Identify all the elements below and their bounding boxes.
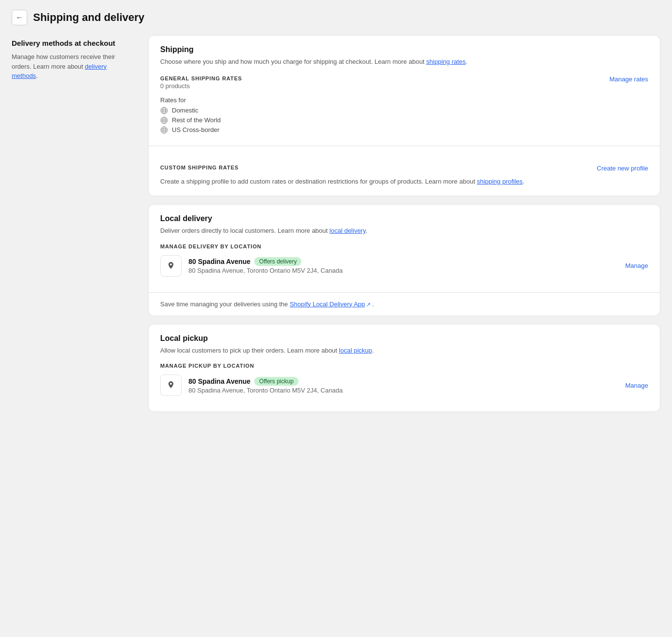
shopify-delivery-app-link[interactable]: Shopify Local Delivery App↗	[290, 300, 371, 308]
page-title: Shipping and delivery	[33, 11, 145, 24]
globe-icon-us	[160, 126, 168, 134]
shipping-section: Shipping Choose where you ship and how m…	[149, 36, 660, 146]
sidebar-title: Delivery methods at checkout	[12, 39, 132, 47]
pickup-pin-icon	[166, 380, 176, 390]
local-delivery-desc: Deliver orders directly to local custome…	[160, 226, 648, 236]
shipping-rates-link[interactable]: shipping rates	[426, 58, 466, 65]
pickup-location-row: 80 Spadina Avenue Offers pickup 80 Spadi…	[160, 369, 648, 402]
save-time-row: Save time managing your deliveries using…	[149, 292, 660, 316]
sidebar-desc: Manage how customers receive their order…	[12, 52, 132, 81]
create-profile-link[interactable]: Create new profile	[597, 165, 649, 172]
globe-icon-domestic	[160, 107, 168, 114]
back-button[interactable]: ←	[12, 10, 27, 25]
delivery-manage-link[interactable]: Manage	[625, 262, 648, 269]
pickup-icon-box	[160, 375, 182, 396]
custom-rates-header: CUSTOM SHIPPING RATES Create new profile	[160, 165, 648, 172]
shipping-profiles-link[interactable]: shipping profiles	[477, 178, 523, 185]
pin-icon	[166, 261, 176, 271]
pickup-location-info: 80 Spadina Avenue Offers pickup 80 Spadi…	[188, 377, 618, 394]
local-delivery-title: Local delivery	[160, 214, 648, 223]
pickup-manage-link[interactable]: Manage	[625, 382, 648, 389]
local-delivery-card: Local delivery Deliver orders directly t…	[148, 204, 660, 316]
general-rates-label: GENERAL SHIPPING RATES	[160, 75, 242, 81]
pickup-location-address: 80 Spadina Avenue, Toronto Ontario M5V 2…	[188, 387, 618, 394]
custom-rates-label: CUSTOM SHIPPING RATES	[160, 165, 239, 170]
local-pickup-card: Local pickup Allow local customers to pi…	[148, 324, 660, 412]
sidebar: Delivery methods at checkout Manage how …	[12, 35, 148, 412]
local-delivery-link[interactable]: local delivery	[330, 227, 366, 234]
external-link-icon: ↗	[366, 301, 371, 308]
rate-item: US Cross-border	[160, 126, 648, 134]
delivery-badge: Offers delivery	[254, 257, 301, 266]
local-delivery-section: Local delivery Deliver orders directly t…	[149, 205, 660, 292]
page-header: ← Shipping and delivery	[0, 0, 672, 35]
local-pickup-section: Local pickup Allow local customers to pi…	[149, 324, 660, 412]
shipping-card: Shipping Choose where you ship and how m…	[148, 35, 660, 196]
delivery-location-name: 80 Spadina Avenue	[188, 258, 250, 265]
rate-item: Rest of the World	[160, 116, 648, 124]
local-pickup-desc: Allow local customers to pick up their o…	[160, 346, 648, 356]
custom-rates-section: CUSTOM SHIPPING RATES Create new profile…	[149, 146, 660, 196]
page-content: Delivery methods at checkout Manage how …	[0, 35, 672, 424]
pickup-badge: Offers pickup	[254, 377, 298, 386]
pickup-location-name: 80 Spadina Avenue	[188, 377, 250, 385]
general-rates-count: 0 products	[160, 82, 242, 90]
shipping-title: Shipping	[160, 45, 648, 54]
delivery-location-info: 80 Spadina Avenue Offers delivery 80 Spa…	[188, 257, 618, 274]
local-pickup-title: Local pickup	[160, 334, 648, 343]
local-pickup-link[interactable]: local pickup	[339, 347, 372, 354]
custom-rates-desc: Create a shipping profile to add custom …	[160, 177, 648, 187]
location-icon-box	[160, 255, 182, 277]
rates-for-label: Rates for	[160, 96, 648, 104]
globe-icon-row	[160, 116, 168, 124]
main-content: Shipping Choose where you ship and how m…	[148, 35, 660, 412]
manage-pickup-label: MANAGE PICKUP BY LOCATION	[160, 363, 648, 369]
manage-rates-link[interactable]: Manage rates	[610, 75, 649, 83]
delivery-location-address: 80 Spadina Avenue, Toronto Ontario M5V 2…	[188, 267, 618, 274]
delivery-location-row: 80 Spadina Avenue Offers delivery 80 Spa…	[160, 249, 648, 282]
rate-item: Domestic	[160, 107, 648, 114]
manage-delivery-label: MANAGE DELIVERY BY LOCATION	[160, 244, 648, 249]
shipping-desc: Choose where you ship and how much you c…	[160, 57, 648, 67]
general-rates-header: GENERAL SHIPPING RATES 0 products Manage…	[160, 75, 648, 90]
